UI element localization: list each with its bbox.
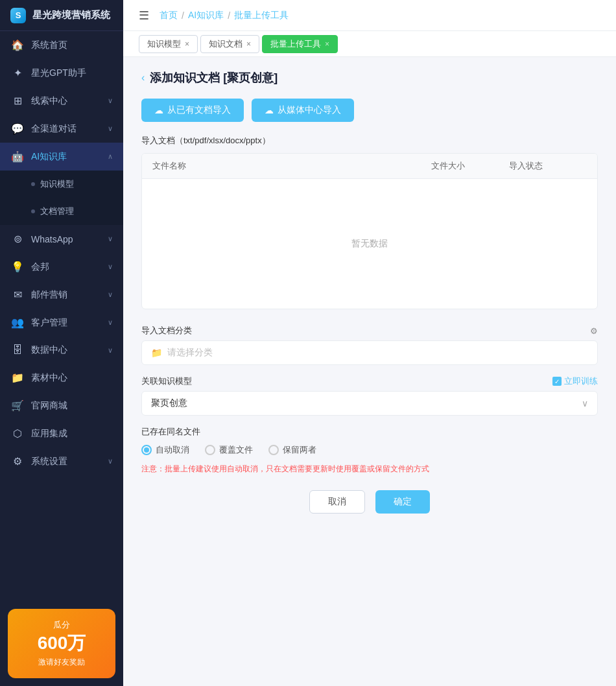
breadcrumb-sep2: / — [228, 10, 230, 21]
sidebar-item-label: WhatsApp — [31, 234, 108, 244]
confirm-button[interactable]: 确定 — [375, 490, 430, 514]
sidebar-item-label: 数据中心 — [31, 344, 108, 356]
sidebar-item-whatsapp[interactable]: ⊚ WhatsApp ∨ — [0, 225, 123, 253]
sidebar-item-data[interactable]: 🗄 数据中心 ∨ — [0, 337, 123, 364]
tab-close-icon[interactable]: × — [325, 40, 329, 49]
chevron-down-icon: ∨ — [108, 318, 113, 327]
col-filesize: 文件大小 — [431, 160, 509, 172]
promo-invite: 激请好友奖励 — [18, 657, 105, 668]
breadcrumb-current: 批量上传工具 — [234, 10, 289, 21]
cancel-button[interactable]: 取消 — [309, 490, 365, 514]
apps-icon: ⬡ — [10, 427, 25, 440]
sidebar-item-apps[interactable]: ⬡ 应用集成 — [0, 420, 123, 447]
sidebar-item-settings[interactable]: ⚙ 系统设置 ∨ — [0, 447, 123, 475]
sidebar-logo: S 星光跨境营销系统 — [0, 0, 123, 31]
sidebar-item-label: 线索中心 — [31, 95, 108, 107]
gpt-icon: ✦ — [10, 67, 25, 79]
import-doc-button[interactable]: ☁ 从已有文档导入 — [141, 99, 244, 122]
sidebar-item-label: 全渠道对话 — [31, 123, 108, 135]
chevron-down-icon: ∨ — [108, 290, 113, 299]
sidebar-item-huibang[interactable]: 💡 会邦 ∨ — [0, 253, 123, 281]
folder-icon: 📁 — [151, 348, 162, 358]
sidebar-item-label: 知识模型 — [40, 178, 113, 190]
materials-icon: 📁 — [10, 372, 25, 384]
logo-icon: S — [10, 8, 26, 23]
sidebar-item-home[interactable]: 🏠 系统首页 — [0, 31, 123, 59]
knowledge-submenu: 知识模型 文档管理 — [0, 171, 123, 225]
sidebar-item-label: AI知识库 — [31, 151, 108, 163]
sidebar-item-leads[interactable]: ⊞ 线索中心 ∨ — [0, 87, 123, 115]
radio-keep[interactable]: 保留两者 — [268, 444, 316, 456]
sidebar-item-label: 官网商城 — [31, 400, 113, 412]
sidebar-item-label: 素材中心 — [31, 372, 113, 384]
customers-icon: 👥 — [10, 316, 25, 329]
tab-close-icon[interactable]: × — [246, 40, 251, 49]
radio-cover[interactable]: 覆盖文件 — [205, 444, 253, 456]
model-dropdown[interactable]: 聚页创意 ∨ — [141, 391, 598, 416]
sidebar-item-label: 客户管理 — [31, 317, 108, 329]
category-placeholder: 请选择分类 — [167, 347, 213, 359]
chevron-up-icon: ∧ — [108, 152, 113, 161]
sidebar-item-customers[interactable]: 👥 客户管理 ∨ — [0, 309, 123, 337]
import-media-button[interactable]: ☁ 从媒体中心导入 — [252, 99, 354, 122]
sidebar-item-label: 邮件营销 — [31, 289, 108, 301]
sidebar-item-knowledge[interactable]: 🤖 AI知识库 ∧ — [0, 143, 123, 171]
sidebar-item-docs[interactable]: 文档管理 — [0, 198, 123, 225]
sidebar-item-model[interactable]: 知识模型 — [0, 171, 123, 198]
model-value: 聚页创意 — [151, 397, 187, 409]
sidebar-item-materials[interactable]: 📁 素材中心 — [0, 364, 123, 392]
sidebar-item-shop[interactable]: 🛒 官网商城 — [0, 392, 123, 420]
sidebar-item-label: 星光GPT助手 — [31, 67, 113, 79]
sub-dot-icon — [31, 209, 35, 213]
sidebar-promo[interactable]: 瓜分 600万 激请好友奖励 — [8, 609, 115, 678]
train-checkbox[interactable] — [552, 377, 562, 386]
page-header: ‹ 添加知识文档 [聚页创意] — [141, 70, 598, 86]
promo-points: 600万 — [18, 631, 105, 656]
tab-batch-upload[interactable]: 批量上传工具 × — [262, 35, 338, 53]
menu-toggle-icon[interactable]: ☰ — [139, 8, 149, 23]
train-immediately[interactable]: 立即训练 — [552, 375, 598, 387]
category-label: 导入文档分类 — [141, 325, 192, 337]
whatsapp-icon: ⊚ — [10, 233, 25, 245]
radio-auto-dot — [141, 445, 152, 455]
file-table: 文件名称 文件大小 导入状态 暂无数据 — [141, 153, 598, 309]
breadcrumb-ai[interactable]: AI知识库 — [188, 10, 224, 21]
sidebar: S 星光跨境营销系统 🏠 系统首页 ✦ 星光GPT助手 ⊞ 线索中心 ∨ 💬 全… — [0, 0, 123, 686]
home-icon: 🏠 — [10, 39, 25, 51]
upload-label: 导入文档（txt/pdf/xlsx/docx/pptx） — [141, 135, 598, 147]
col-status: 导入状态 — [509, 160, 587, 172]
sidebar-item-label: 文档管理 — [40, 206, 113, 217]
channels-icon: 💬 — [10, 123, 25, 135]
cloud-icon: ☁ — [154, 105, 163, 115]
tab-close-icon[interactable]: × — [185, 40, 189, 49]
sidebar-item-channels[interactable]: 💬 全渠道对话 ∨ — [0, 115, 123, 143]
chevron-down-icon: ∨ — [108, 235, 113, 243]
knowledge-icon: 🤖 — [10, 150, 25, 163]
radio-keep-dot — [268, 445, 279, 455]
sidebar-item-label: 应用集成 — [31, 428, 113, 440]
table-empty: 暂无数据 — [142, 179, 597, 309]
model-label-row: 关联知识模型 立即训练 — [141, 375, 598, 387]
radio-auto[interactable]: 自动取消 — [141, 444, 189, 456]
huibang-icon: 💡 — [10, 261, 25, 273]
tab-knowledge-model[interactable]: 知识模型 × — [139, 35, 198, 53]
topbar: ☰ 首页 / AI知识库 / 批量上传工具 — [123, 0, 616, 31]
shop-icon: 🛒 — [10, 399, 25, 412]
notice-text: 注意：批量上传建议使用自动取消，只在文档需要更新时使用覆盖或保留文件的方式 — [141, 464, 598, 475]
page-title: 添加知识文档 [聚页创意] — [150, 70, 278, 86]
sidebar-item-label: 系统设置 — [31, 456, 108, 467]
model-label: 关联知识模型 — [141, 375, 192, 387]
chevron-down-icon: ∨ — [108, 346, 113, 355]
tab-knowledge-docs[interactable]: 知识文档 × — [200, 35, 259, 53]
back-button[interactable]: ‹ — [141, 72, 145, 84]
breadcrumb: 首页 / AI知识库 / 批量上传工具 — [160, 10, 289, 21]
chevron-down-icon: ∨ — [108, 457, 113, 466]
settings-icon: ⚙ — [10, 455, 25, 467]
category-row: 导入文档分类 ⚙ 📁 请选择分类 — [141, 325, 598, 365]
gear-icon[interactable]: ⚙ — [590, 326, 598, 336]
sidebar-item-gpt[interactable]: ✦ 星光GPT助手 — [0, 59, 123, 87]
data-icon: 🗄 — [10, 344, 25, 356]
category-select[interactable]: 📁 请选择分类 — [141, 340, 598, 365]
breadcrumb-home[interactable]: 首页 — [160, 10, 178, 21]
sidebar-item-email[interactable]: ✉ 邮件营销 ∨ — [0, 281, 123, 309]
